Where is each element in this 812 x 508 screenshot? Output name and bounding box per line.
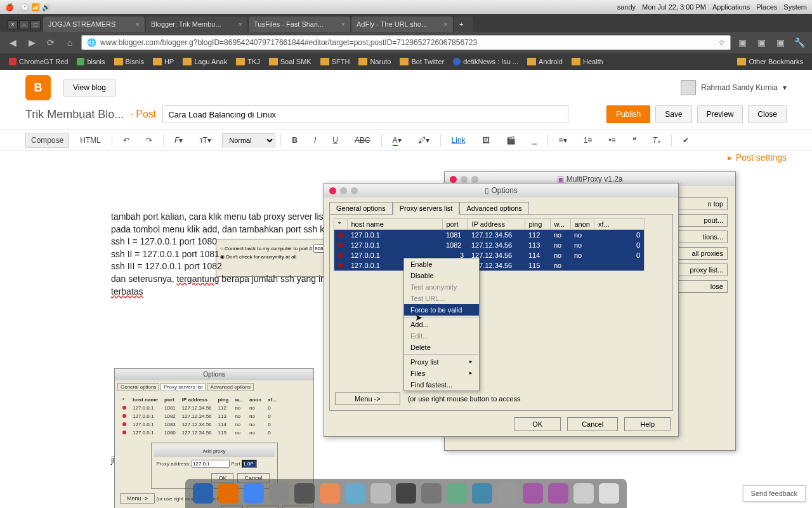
dock-app-icon[interactable] xyxy=(573,483,594,504)
blog-title[interactable]: Trik Membuat Blo... xyxy=(25,108,124,121)
close-button[interactable]: Close xyxy=(748,105,787,123)
close-icon[interactable]: × xyxy=(444,20,448,28)
removefrm-button[interactable]: Tₓ xyxy=(647,133,666,148)
ctx-proxy-list[interactable]: Proxy list xyxy=(404,356,479,368)
menubar-apps[interactable]: Applications xyxy=(712,3,750,11)
tab-adfly[interactable]: AdFly - The URL sho...× xyxy=(351,17,453,32)
tab-proxy-list[interactable]: Proxy servers list xyxy=(393,202,460,215)
side-btn[interactable]: lose xyxy=(677,280,728,293)
spellcheck-button[interactable]: ✔ xyxy=(677,133,695,148)
dock-app-icon[interactable] xyxy=(447,483,467,504)
dock-app-icon[interactable] xyxy=(497,483,518,504)
menu-button[interactable]: Menu -> xyxy=(335,392,400,405)
numlist-button[interactable]: 1≡ xyxy=(578,133,598,148)
ctx-disable[interactable]: Disable xyxy=(404,270,479,281)
publish-button[interactable]: Publish xyxy=(606,105,650,123)
font-button[interactable]: F▾ xyxy=(169,133,188,148)
tab-advanced[interactable]: Advanced options xyxy=(459,202,528,215)
ctx-files[interactable]: Files xyxy=(404,368,479,379)
options-titlebar[interactable]: ▯ Options xyxy=(324,184,678,197)
side-btn[interactable]: proxy list... xyxy=(677,264,728,276)
bookmark-folder[interactable]: SFTH xyxy=(317,57,354,67)
format-select[interactable]: Normal xyxy=(222,133,275,147)
ctx-enable[interactable]: Enable xyxy=(404,258,479,270)
blogger-logo-icon[interactable]: B xyxy=(25,75,51,100)
tab-general[interactable]: General options xyxy=(329,202,393,215)
cancel-button[interactable]: Cancel xyxy=(567,417,618,431)
send-feedback-button[interactable]: Send feedback xyxy=(743,485,806,502)
bookmark-folder[interactable]: Android xyxy=(523,57,566,67)
tab-blogger[interactable]: Blogger: Trik Membu...× xyxy=(146,17,247,32)
post-title-input[interactable] xyxy=(162,105,568,123)
quote-button[interactable]: ❝ xyxy=(627,133,642,148)
other-bookmarks[interactable]: Other Bookmarks xyxy=(733,57,807,67)
window-buttons[interactable]: ×–□ xyxy=(5,18,43,32)
save-button[interactable]: Save xyxy=(655,105,691,123)
bookmark-item[interactable]: bisnis xyxy=(73,57,108,67)
user-menu[interactable]: Rahmad Sandy Kurnia ▾ xyxy=(681,80,787,95)
tab-jogja[interactable]: JOGJA STREAMERS× xyxy=(43,17,145,32)
url-bar[interactable]: 🌐 www.blogger.com/blogger.g?blogID=86954… xyxy=(81,35,731,50)
dock-app-icon[interactable] xyxy=(218,483,239,504)
side-btn[interactable]: tions... xyxy=(677,231,728,243)
close-icon[interactable]: × xyxy=(136,20,140,28)
table-row[interactable]: 127.0.0.11081127.12.34.56112nono0 xyxy=(334,230,645,241)
size-button[interactable]: тT▾ xyxy=(193,133,217,148)
dock-app-icon[interactable] xyxy=(523,483,543,504)
table-row[interactable]: 127.0.0.11082127.12.34.56113nono0 xyxy=(334,240,645,250)
new-tab-button[interactable]: + xyxy=(454,17,473,32)
bookmark-folder[interactable]: Naruto xyxy=(355,57,395,67)
dock-app-icon[interactable] xyxy=(345,483,365,504)
bookmark-folder[interactable]: Lagu Anak xyxy=(179,57,231,67)
dock-app-icon[interactable] xyxy=(472,483,492,504)
video-button[interactable]: 🎬 xyxy=(501,133,521,148)
reload-button[interactable]: ⟳ xyxy=(43,35,58,50)
options-window[interactable]: ▯ Options General options Proxy servers … xyxy=(324,183,679,437)
table-row[interactable]: 127.0.0.10127.12.34.56115no xyxy=(334,260,645,271)
link-button[interactable]: Link xyxy=(446,133,471,148)
italic-button[interactable]: I xyxy=(308,133,322,148)
bookmark-folder[interactable]: HP xyxy=(149,57,178,67)
bold-button[interactable]: B xyxy=(286,133,303,148)
star-icon[interactable]: ☆ xyxy=(718,38,725,47)
preview-button[interactable]: Preview xyxy=(697,105,743,123)
post-settings-toggle[interactable]: ▸ Post settings xyxy=(728,152,787,163)
dock-app-icon[interactable] xyxy=(269,483,289,504)
menubar-places[interactable]: Places xyxy=(756,3,777,11)
dock-app-icon[interactable] xyxy=(370,483,391,504)
bookmark-item[interactable]: detikNews : Isu ... xyxy=(449,57,522,67)
menubar-user[interactable]: sandy xyxy=(617,3,636,11)
textcolor-button[interactable]: A▾ xyxy=(387,133,407,148)
dock-app-icon[interactable] xyxy=(599,483,619,504)
view-blog-button[interactable]: View blog xyxy=(63,79,115,97)
help-button[interactable]: Help xyxy=(624,417,671,431)
compose-tab[interactable]: Compose xyxy=(25,133,69,148)
bookmark-folder[interactable]: Bot Twitter xyxy=(396,57,448,67)
tab-tusfiles[interactable]: TusFiles - Fast Shari...× xyxy=(249,17,350,32)
ctx-find-fastest[interactable]: Find fastest... xyxy=(404,379,479,391)
dock-app-icon[interactable] xyxy=(193,483,213,504)
break-button[interactable]: ⎯ xyxy=(527,133,542,148)
undo-button[interactable]: ↶ xyxy=(117,133,135,148)
underline-button[interactable]: U xyxy=(327,133,344,148)
context-menu[interactable]: Enable Disable Test anonymity Test URL..… xyxy=(403,258,480,391)
dock[interactable] xyxy=(185,479,627,508)
bookmark-item[interactable]: ChromeGT Red xyxy=(5,57,72,67)
ext-icon[interactable]: ▣ xyxy=(773,35,788,50)
ext-icon[interactable]: ▣ xyxy=(754,35,769,50)
ctx-delete[interactable]: Delete xyxy=(404,342,479,353)
align-button[interactable]: ≡▾ xyxy=(553,133,573,148)
image-button[interactable]: 🖼 xyxy=(476,133,495,148)
bookmark-folder[interactable]: TKJ xyxy=(232,57,264,67)
dock-app-icon[interactable] xyxy=(244,483,264,504)
proxy-table[interactable]: * host name port IP address ping w... an… xyxy=(334,218,645,271)
bookmark-folder[interactable]: Bisnis xyxy=(110,57,148,67)
dock-app-icon[interactable] xyxy=(294,483,315,504)
back-button[interactable]: ◀ xyxy=(5,35,20,50)
table-row[interactable]: 127.0.0.13127.12.34.56114nono0 xyxy=(334,250,645,260)
dock-app-icon[interactable] xyxy=(320,483,340,504)
ext-icon[interactable]: ▣ xyxy=(735,35,750,50)
strike-button[interactable]: ABC xyxy=(349,133,376,148)
bookmark-folder[interactable]: Soal SMK xyxy=(265,57,315,67)
side-btn[interactable]: pout... xyxy=(677,214,728,227)
